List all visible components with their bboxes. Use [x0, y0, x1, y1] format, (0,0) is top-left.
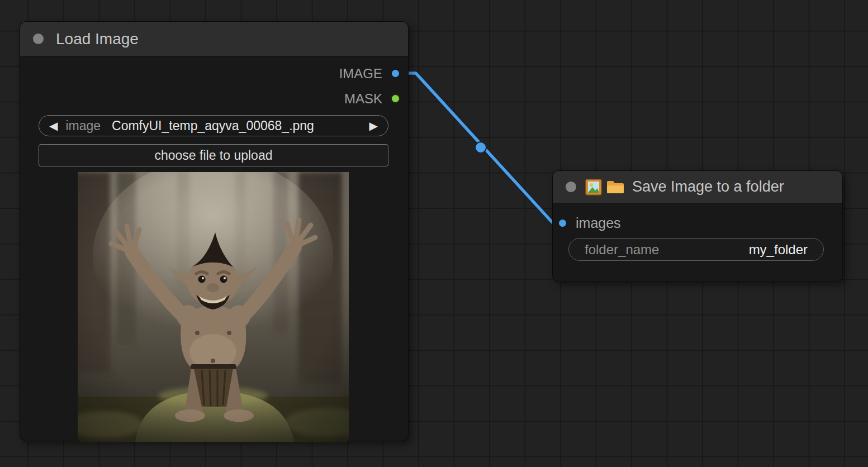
output-port-image[interactable]: [391, 69, 400, 78]
image-preview: [78, 172, 349, 442]
combo-next-arrow[interactable]: ▶: [369, 120, 378, 131]
folder-icon: [606, 180, 624, 194]
combo-value: ComfyUI_temp_aqyva_00068_.png: [112, 118, 314, 134]
input-port-images[interactable]: [558, 218, 567, 228]
image-combo-widget[interactable]: ◀ image ComfyUI_temp_aqyva_00068_.png ▶: [39, 115, 388, 136]
preview-image-graphic: [78, 172, 349, 442]
output-label-image: IMAGE: [339, 66, 382, 81]
collapse-dot[interactable]: [33, 34, 44, 44]
output-label-mask: MASK: [344, 92, 382, 106]
combo-label: image: [65, 118, 101, 134]
link-wire-outline: [397, 73, 562, 222]
choose-file-upload-button[interactable]: choose file to upload: [39, 144, 388, 166]
output-port-mask[interactable]: [391, 94, 400, 103]
save-node-title-bar[interactable]: Save Image to a folder: [553, 171, 842, 203]
image-thumbnail-icon: [585, 179, 602, 196]
node-title: Load Image: [56, 30, 139, 48]
folder-name-widget[interactable]: folder_name my_folder: [568, 238, 824, 261]
folder-name-value: my_folder: [749, 242, 808, 258]
link-midpoint-dot[interactable]: [475, 142, 486, 153]
load-image-node[interactable]: Load Image IMAGE MASK ◀ image ComfyUI_te…: [20, 21, 409, 441]
input-label-images: images: [576, 215, 621, 231]
folder-name-label: folder_name: [585, 242, 659, 258]
node-graph-canvas[interactable]: Load Image IMAGE MASK ◀ image ComfyUI_te…: [0, 0, 868, 467]
link-wire: [397, 73, 562, 222]
node-title: Save Image to a folder: [632, 178, 784, 196]
load-image-title-bar[interactable]: Load Image: [20, 22, 408, 56]
collapse-dot[interactable]: [566, 182, 576, 192]
combo-prev-arrow[interactable]: ◀: [49, 120, 58, 131]
save-image-folder-node[interactable]: Save Image to a folder images folder_nam…: [552, 170, 843, 282]
